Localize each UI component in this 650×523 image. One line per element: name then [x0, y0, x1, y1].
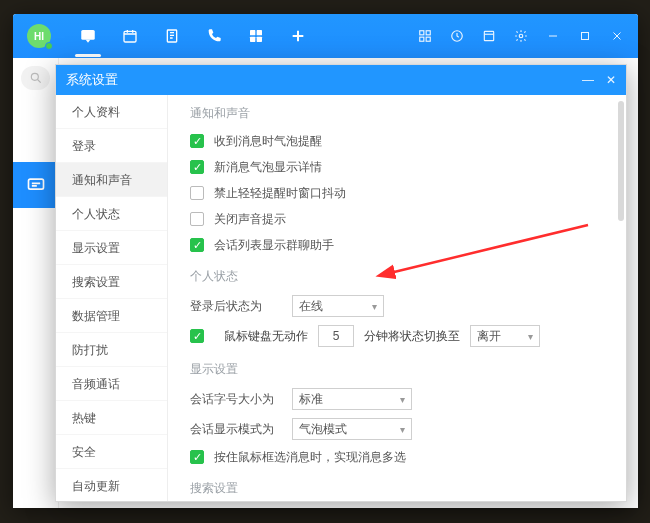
idle-label: 鼠标键盘无动作: [224, 328, 308, 345]
notify-label-2: 禁止轻轻提醒时窗口抖动: [214, 185, 346, 202]
svg-rect-3: [250, 30, 255, 35]
sidebar-item-6[interactable]: 数据管理: [56, 299, 167, 333]
sidebar-item-3[interactable]: 个人状态: [56, 197, 167, 231]
history-icon[interactable]: [448, 27, 466, 45]
close-icon[interactable]: [608, 27, 626, 45]
svg-point-13: [519, 34, 523, 38]
font-size-select[interactable]: 标准 ▾: [292, 388, 412, 410]
display-mode-label: 会话显示模式为: [190, 421, 282, 438]
status-dot-icon: [45, 42, 53, 50]
notify-checkbox-0[interactable]: ✓: [190, 134, 204, 148]
dialog-minimize-icon[interactable]: —: [582, 73, 594, 87]
messages-tab-icon[interactable]: [13, 162, 59, 208]
dialog-title: 系统设置: [66, 71, 118, 89]
notify-row-1: ✓新消息气泡显示详情: [168, 154, 626, 180]
chevron-down-icon: ▾: [400, 424, 405, 435]
section-title-status: 个人状态: [168, 258, 626, 291]
notify-row-2: 禁止轻轻提醒时窗口抖动: [168, 180, 626, 206]
idle-to-value: 离开: [477, 328, 501, 345]
svg-rect-7: [420, 31, 424, 35]
titlebar: HI: [13, 14, 638, 58]
notify-row-0: ✓收到消息时气泡提醒: [168, 128, 626, 154]
login-status-label: 登录后状态为: [190, 298, 282, 315]
notes-icon[interactable]: [163, 27, 181, 45]
display-mode-select[interactable]: 气泡模式 ▾: [292, 418, 412, 440]
notify-checkbox-1[interactable]: ✓: [190, 160, 204, 174]
calendar-icon[interactable]: [121, 27, 139, 45]
add-icon[interactable]: [289, 27, 307, 45]
dialog-close-icon[interactable]: ✕: [606, 73, 616, 87]
avatar-text: HI: [34, 31, 44, 42]
multi-select-label: 按住鼠标框选消息时，实现消息多选: [214, 449, 406, 466]
maximize-icon[interactable]: [576, 27, 594, 45]
font-size-value: 标准: [299, 391, 323, 408]
sidebar-item-4[interactable]: 显示设置: [56, 231, 167, 265]
search-icon[interactable]: [21, 66, 50, 90]
notify-row-4: ✓会话列表显示群聊助手: [168, 232, 626, 258]
sidebar-item-11[interactable]: 自动更新: [56, 469, 167, 501]
left-rail: [13, 58, 59, 508]
settings-sidebar: 个人资料登录通知和声音个人状态显示设置搜索设置数据管理防打扰音频通话热键安全自动…: [56, 95, 168, 501]
chevron-down-icon: ▾: [372, 301, 377, 312]
notify-checkbox-3[interactable]: [190, 212, 204, 226]
svg-rect-16: [29, 179, 44, 189]
notify-checkbox-2[interactable]: [190, 186, 204, 200]
login-status-select[interactable]: 在线 ▾: [292, 295, 384, 317]
svg-rect-9: [420, 37, 424, 41]
svg-rect-4: [257, 30, 262, 35]
sidebar-item-5[interactable]: 搜索设置: [56, 265, 167, 299]
section-title-notify: 通知和声音: [168, 95, 626, 128]
svg-rect-0: [81, 30, 95, 40]
svg-point-15: [31, 73, 38, 80]
notify-row-3: 关闭声音提示: [168, 206, 626, 232]
folder-icon[interactable]: [480, 27, 498, 45]
sidebar-item-0[interactable]: 个人资料: [56, 95, 167, 129]
section-title-display: 显示设置: [168, 351, 626, 384]
chevron-down-icon: ▾: [528, 331, 533, 342]
idle-to-select[interactable]: 离开 ▾: [470, 325, 540, 347]
sidebar-item-7[interactable]: 防打扰: [56, 333, 167, 367]
sidebar-item-10[interactable]: 安全: [56, 435, 167, 469]
apps-icon[interactable]: [247, 27, 265, 45]
gear-icon[interactable]: [512, 27, 530, 45]
login-status-value: 在线: [299, 298, 323, 315]
sidebar-item-2[interactable]: 通知和声音: [56, 163, 167, 197]
svg-rect-12: [484, 31, 493, 40]
notify-label-4: 会话列表显示群聊助手: [214, 237, 334, 254]
svg-rect-10: [426, 37, 430, 41]
chat-icon[interactable]: [79, 27, 97, 45]
sidebar-item-9[interactable]: 热键: [56, 401, 167, 435]
section-title-search: 搜索设置: [168, 470, 626, 501]
settings-content: 通知和声音 ✓收到消息时气泡提醒✓新消息气泡显示详情禁止轻轻提醒时窗口抖动关闭声…: [168, 95, 626, 501]
notify-label-1: 新消息气泡显示详情: [214, 159, 322, 176]
font-size-label: 会话字号大小为: [190, 391, 282, 408]
idle-tail-label: 分钟将状态切换至: [364, 328, 460, 345]
settings-dialog: 系统设置 — ✕ 个人资料登录通知和声音个人状态显示设置搜索设置数据管理防打扰音…: [55, 64, 627, 502]
svg-rect-6: [257, 37, 262, 42]
scrollbar[interactable]: [618, 101, 624, 221]
notify-checkbox-4[interactable]: ✓: [190, 238, 204, 252]
multi-select-checkbox[interactable]: ✓: [190, 450, 204, 464]
window-controls: [416, 27, 626, 45]
svg-rect-8: [426, 31, 430, 35]
notify-label-3: 关闭声音提示: [214, 211, 286, 228]
svg-rect-1: [124, 31, 136, 42]
sidebar-item-8[interactable]: 音频通话: [56, 367, 167, 401]
notify-label-0: 收到消息时气泡提醒: [214, 133, 322, 150]
idle-checkbox[interactable]: ✓: [190, 329, 204, 343]
dialog-header: 系统设置 — ✕: [56, 65, 626, 95]
chevron-down-icon: ▾: [400, 394, 405, 405]
phone-icon[interactable]: [205, 27, 223, 45]
display-mode-value: 气泡模式: [299, 421, 347, 438]
sidebar-item-1[interactable]: 登录: [56, 129, 167, 163]
svg-rect-5: [250, 37, 255, 42]
grid-icon[interactable]: [416, 27, 434, 45]
avatar[interactable]: HI: [27, 24, 51, 48]
minimize-icon[interactable]: [544, 27, 562, 45]
idle-minutes-input[interactable]: 5: [318, 325, 354, 347]
nav-icons: [79, 27, 307, 45]
svg-rect-14: [582, 33, 589, 40]
